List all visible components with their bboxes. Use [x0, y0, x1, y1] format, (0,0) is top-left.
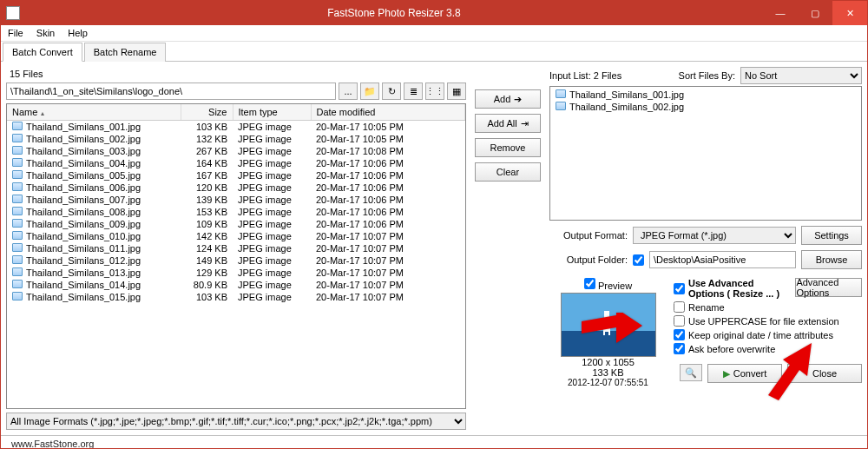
image-file-icon [556, 102, 566, 110]
table-row[interactable]: Thailand_Similans_015.jpg103 KBJPEG imag… [7, 291, 465, 303]
preview-checkbox[interactable] [584, 278, 595, 289]
image-file-icon [12, 280, 23, 288]
refresh-icon[interactable]: ↻ [382, 83, 401, 100]
table-row[interactable]: Thailand_Similans_009.jpg109 KBJPEG imag… [7, 218, 465, 230]
status-bar: www.FastStone.org [1, 435, 867, 449]
path-input[interactable] [6, 83, 336, 100]
tabs: Batch Convert Batch Rename [1, 42, 867, 62]
title-bar: FastStone Photo Resizer 3.8 — ▢ ✕ [1, 1, 867, 25]
table-row[interactable]: Thailand_Similans_005.jpg167 KBJPEG imag… [7, 169, 465, 182]
output-folder-label: Output Folder: [549, 254, 628, 265]
list-item[interactable]: Thailand_Similans_001.jpg [552, 89, 859, 101]
col-size[interactable]: Size [181, 104, 233, 121]
image-file-icon [556, 89, 566, 98]
image-file-icon [12, 255, 23, 264]
keepdate-checkbox[interactable] [674, 329, 685, 340]
sort-select[interactable]: No Sort [740, 67, 862, 84]
close-dialog-button[interactable]: Close [787, 364, 862, 383]
image-file-icon [12, 219, 23, 228]
preview-date: 2012-12-07 07:55:51 [568, 378, 648, 387]
app-icon [6, 6, 20, 20]
browse-path-button[interactable]: ... [339, 83, 358, 100]
image-file-icon [12, 158, 23, 167]
image-file-icon [12, 170, 23, 179]
image-file-icon [12, 195, 23, 203]
input-list[interactable]: Thailand_Similans_001.jpgThailand_Simila… [549, 86, 862, 221]
sort-label: Sort Files By: [679, 70, 735, 81]
output-format-select[interactable]: JPEG Format (*.jpg) [633, 227, 796, 244]
menu-help[interactable]: Help [68, 28, 88, 38]
ask-overwrite-checkbox[interactable] [674, 343, 685, 354]
view-details-icon[interactable]: ≣ [404, 83, 423, 100]
table-row[interactable]: Thailand_Similans_002.jpg132 KBJPEG imag… [7, 133, 465, 145]
output-folder-checkbox[interactable] [633, 254, 644, 266]
maximize-button[interactable]: ▢ [798, 1, 832, 25]
col-modified[interactable]: Date modified [311, 104, 465, 121]
ask-overwrite-checkbox-label[interactable]: Ask before overwrite [674, 343, 862, 354]
add-all-button[interactable]: Add All⇥ [475, 114, 541, 133]
tab-batch-convert[interactable]: Batch Convert [3, 43, 82, 62]
clear-button[interactable]: Clear [475, 162, 541, 182]
image-file-icon [12, 243, 23, 252]
col-name[interactable]: Name [7, 104, 181, 121]
settings-button[interactable]: Settings [801, 226, 862, 245]
list-item[interactable]: Thailand_Similans_002.jpg [552, 101, 859, 113]
preview-image[interactable] [561, 293, 656, 357]
advanced-options-checkbox-label[interactable]: Use Advanced Options ( Resize ... ) [674, 278, 788, 299]
view-list-icon[interactable]: ⋮⋮ [425, 83, 444, 100]
transfer-buttons: Add➔ Add All⇥ Remove Clear [473, 67, 542, 430]
table-row[interactable]: Thailand_Similans_010.jpg142 KBJPEG imag… [7, 230, 465, 242]
advanced-options-button[interactable]: Advanced Options [795, 278, 862, 297]
menu-skin[interactable]: Skin [36, 28, 55, 38]
browse-button[interactable]: Browse [801, 250, 862, 269]
remove-button[interactable]: Remove [475, 138, 541, 157]
menu-bar: File Skin Help [1, 25, 867, 42]
table-row[interactable]: Thailand_Similans_004.jpg164 KBJPEG imag… [7, 157, 465, 169]
image-file-icon [12, 267, 23, 276]
table-row[interactable]: Thailand_Similans_012.jpg149 KBJPEG imag… [7, 254, 465, 267]
table-row[interactable]: Thailand_Similans_006.jpg120 KBJPEG imag… [7, 182, 465, 194]
convert-button[interactable]: ▶ Convert [707, 364, 782, 383]
image-file-icon [12, 146, 23, 155]
col-type[interactable]: Item type [233, 104, 311, 121]
table-row[interactable]: Thailand_Similans_001.jpg103 KBJPEG imag… [7, 121, 465, 134]
table-row[interactable]: Thailand_Similans_011.jpg124 KBJPEG imag… [7, 242, 465, 254]
image-file-icon [12, 207, 23, 215]
menu-file[interactable]: File [8, 28, 23, 38]
image-file-icon [12, 231, 23, 240]
uppercase-checkbox[interactable] [674, 315, 685, 327]
rename-checkbox[interactable] [674, 301, 685, 313]
filter-select[interactable]: All Image Formats (*.jpg;*.jpe;*.jpeg;*.… [6, 413, 466, 430]
table-row[interactable]: Thailand_Similans_013.jpg129 KBJPEG imag… [7, 267, 465, 279]
uppercase-checkbox-label[interactable]: Use UPPERCASE for file extension [674, 315, 862, 327]
input-list-label: Input List: 2 Files [549, 70, 674, 81]
image-file-icon [12, 134, 23, 142]
image-file-icon [12, 122, 23, 130]
window-title: FastStone Photo Resizer 3.8 [25, 7, 763, 19]
table-row[interactable]: Thailand_Similans_014.jpg80.9 KBJPEG ima… [7, 279, 465, 291]
arrow-right-all-icon: ⇥ [521, 118, 529, 129]
arrow-right-icon: ➔ [514, 94, 522, 105]
table-row[interactable]: Thailand_Similans_003.jpg267 KBJPEG imag… [7, 145, 465, 157]
preview-zoom-icon[interactable]: 🔍 [680, 364, 702, 381]
table-row[interactable]: Thailand_Similans_007.jpg139 KBJPEG imag… [7, 194, 465, 206]
preview-dims: 1200 x 1055 [582, 357, 635, 367]
preview-checkbox-label[interactable]: Preview [584, 278, 632, 291]
keepdate-checkbox-label[interactable]: Keep original date / time attributes [674, 329, 862, 340]
preview-size: 133 KB [592, 367, 623, 378]
table-row[interactable]: Thailand_Similans_008.jpg153 KBJPEG imag… [7, 206, 465, 218]
image-file-icon [12, 292, 23, 300]
file-count: 15 Files [6, 67, 466, 81]
rename-checkbox-label[interactable]: Rename [674, 301, 862, 313]
file-list[interactable]: Name Size Item type Date modified Thaila… [6, 103, 466, 409]
close-button[interactable]: ✕ [832, 1, 867, 25]
advanced-options-checkbox[interactable] [674, 283, 685, 294]
minimize-button[interactable]: — [763, 1, 798, 25]
up-folder-icon[interactable]: 📁 [360, 83, 379, 100]
tab-batch-rename[interactable]: Batch Rename [84, 43, 167, 62]
output-folder-input[interactable] [649, 251, 796, 268]
image-file-icon [12, 182, 23, 191]
view-thumbs-icon[interactable]: ▦ [447, 83, 466, 100]
add-button[interactable]: Add➔ [475, 89, 541, 109]
play-icon: ▶ [723, 368, 730, 380]
